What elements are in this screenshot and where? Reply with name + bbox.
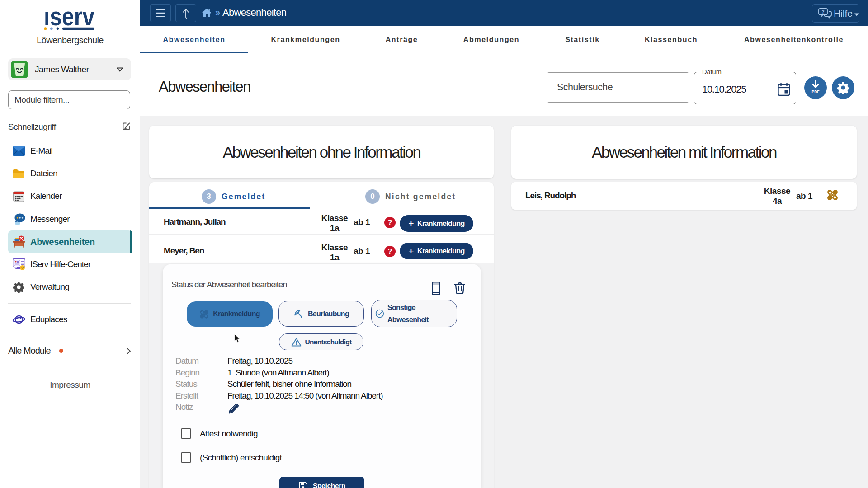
svg-text:PDF: PDF bbox=[812, 89, 820, 94]
svg-text:?: ? bbox=[821, 9, 824, 14]
svg-text:?: ? bbox=[21, 266, 24, 270]
svg-text:ıserv: ıserv bbox=[44, 7, 94, 31]
